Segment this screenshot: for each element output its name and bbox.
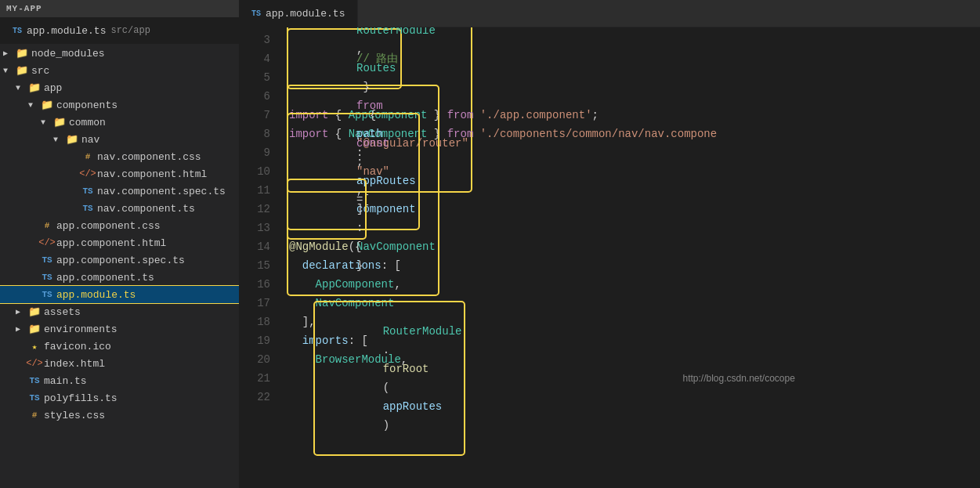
ts-icon: TS bbox=[41, 288, 53, 301]
decorator: @NgModule bbox=[289, 237, 349, 256]
editor-area: TS app.module.ts 3 4 5 6 7 8 9 10 11 12 … bbox=[239, 0, 980, 488]
sidebar-item-nav[interactable]: ▼ 📁 nav bbox=[0, 131, 239, 148]
code-line-5: import { RouterModule , Routes } from "@… bbox=[289, 68, 980, 87]
sidebar-item-assets[interactable]: ▶ 📁 assets bbox=[0, 303, 239, 320]
sidebar-item-index-html[interactable]: </> index.html bbox=[0, 355, 239, 372]
text bbox=[473, 106, 479, 125]
code-container: 3 4 5 6 7 8 9 10 11 12 13 14 15 16 17 18… bbox=[239, 27, 980, 488]
sidebar-label: nav bbox=[81, 134, 99, 146]
code-line-11: { path : "nav" , component : NavComponen… bbox=[289, 181, 980, 200]
sidebar-item-app-css[interactable]: # app.component.css bbox=[0, 217, 239, 234]
code-line-15: declarations : [ bbox=[289, 256, 980, 275]
sidebar-label: app.module.ts bbox=[56, 289, 136, 301]
editor-tabs: TS app.module.ts bbox=[239, 0, 980, 27]
sidebar-item-src[interactable]: ▼ 📁 src bbox=[0, 62, 239, 79]
sidebar: MY-APP TS app.module.ts src/app ▶ 📁 node… bbox=[0, 0, 239, 488]
folder-icon: 📁 bbox=[16, 64, 28, 77]
path-key: path bbox=[356, 128, 383, 140]
chevron-down-icon: ▼ bbox=[3, 67, 16, 75]
sidebar-item-nav-ts[interactable]: TS nav.component.ts bbox=[0, 200, 239, 217]
text: ({ bbox=[349, 237, 362, 256]
top-file-path: src/app bbox=[110, 25, 150, 36]
text: ] bbox=[356, 203, 363, 215]
sidebar-item-components[interactable]: ▼ 📁 components bbox=[0, 96, 239, 114]
router-module: RouterModule bbox=[356, 27, 436, 37]
text: . bbox=[383, 344, 389, 356]
ts-icon: TS bbox=[28, 374, 41, 387]
app-component-ref: AppComponent bbox=[316, 275, 395, 294]
sidebar-label: app.component.ts bbox=[56, 272, 154, 284]
sidebar-label: styles.css bbox=[44, 410, 105, 421]
ts-icon: TS bbox=[81, 185, 94, 197]
sidebar-label: node_modules bbox=[31, 48, 105, 60]
top-file-label: app.module.ts bbox=[27, 25, 106, 37]
from-keyword: from bbox=[447, 106, 474, 125]
sidebar-label: environments bbox=[44, 324, 118, 335]
watermark: http://blog.csdn.net/cocope bbox=[682, 369, 794, 388]
html-icon: </> bbox=[81, 168, 94, 180]
folder-icon: 📁 bbox=[66, 133, 78, 146]
sidebar-label: nav.component.spec.ts bbox=[97, 186, 226, 197]
code-line-21: RouterModule . forRoot ( appRoutes ) htt… bbox=[289, 369, 980, 388]
sidebar-item-common[interactable]: ▼ 📁 common bbox=[0, 114, 239, 131]
string-nav: "nav" bbox=[356, 165, 389, 178]
editor-tab-label: app.module.ts bbox=[266, 8, 345, 20]
sidebar-item-styles-css[interactable]: # styles.css bbox=[0, 407, 239, 424]
editor-tab[interactable]: TS app.module.ts bbox=[239, 0, 358, 27]
sidebar-item-nav-spec[interactable]: TS nav.component.spec.ts bbox=[0, 183, 239, 200]
nav-component-ref: NavComponent bbox=[356, 240, 436, 253]
sidebar-item-polyfills-ts[interactable]: TS polyfills.ts bbox=[0, 389, 239, 407]
forRoot: forRoot bbox=[383, 363, 429, 375]
chevron-right-icon: ▶ bbox=[3, 49, 16, 58]
sidebar-header: MY-APP bbox=[0, 0, 239, 17]
sidebar-item-node-modules[interactable]: ▶ 📁 node_modules bbox=[0, 45, 239, 62]
text bbox=[289, 256, 302, 275]
sidebar-item-environments[interactable]: ▶ 📁 environments bbox=[0, 320, 239, 338]
ts-icon: TS bbox=[13, 27, 22, 35]
ts-icon: TS bbox=[41, 271, 53, 284]
chevron-right-icon: ▶ bbox=[16, 324, 28, 334]
highlight-box-12: ] bbox=[289, 181, 364, 237]
text: , bbox=[394, 275, 400, 294]
html-icon: </> bbox=[28, 357, 41, 370]
folder-icon: 📁 bbox=[16, 47, 28, 60]
line-numbers: 3 4 5 6 7 8 9 10 11 12 13 14 15 16 17 18… bbox=[239, 27, 277, 488]
ts-icon: TS bbox=[251, 9, 261, 18]
sidebar-label: app.component.spec.ts bbox=[56, 255, 185, 266]
folder-icon: 📁 bbox=[28, 81, 41, 94]
string-nav-component: './components/common/nav/nav.compone bbox=[480, 125, 717, 143]
chevron-down-icon: ▼ bbox=[28, 101, 41, 110]
text bbox=[289, 350, 316, 369]
sidebar-item-nav-html[interactable]: </> nav.component.html bbox=[0, 165, 239, 183]
ts-icon: TS bbox=[28, 392, 41, 404]
sidebar-label: nav.component.html bbox=[97, 168, 207, 180]
sidebar-item-nav-css[interactable]: # nav.component.css bbox=[0, 148, 239, 165]
text: : [ bbox=[382, 256, 401, 275]
from-keyword: from bbox=[447, 125, 474, 143]
sidebar-label: app.component.html bbox=[56, 237, 166, 249]
sidebar-item-app-spec[interactable]: TS app.component.spec.ts bbox=[0, 251, 239, 269]
css-icon: # bbox=[28, 409, 41, 421]
top-file-tab[interactable]: TS app.module.ts src/app bbox=[0, 17, 239, 45]
sidebar-item-app-html[interactable]: </> app.component.html bbox=[0, 234, 239, 251]
sidebar-label: main.ts bbox=[44, 375, 87, 387]
sidebar-item-favicon[interactable]: ★ favicon.ico bbox=[0, 338, 239, 355]
folder-icon: 📁 bbox=[28, 305, 41, 318]
declarations: declarations bbox=[302, 256, 382, 275]
sidebar-item-app[interactable]: ▼ 📁 app bbox=[0, 79, 239, 96]
router-module-ref: RouterModule bbox=[383, 325, 462, 338]
chevron-down-icon: ▼ bbox=[53, 136, 66, 144]
text bbox=[289, 331, 302, 350]
ts-icon: TS bbox=[41, 254, 53, 266]
sidebar-item-app-module-ts[interactable]: TS app.module.ts bbox=[0, 286, 239, 303]
text: : bbox=[356, 146, 363, 159]
sidebar-label: nav.component.ts bbox=[97, 203, 195, 215]
folder-icon: 📁 bbox=[41, 99, 53, 111]
sidebar-item-app-component-ts[interactable]: TS app.component.ts bbox=[0, 269, 239, 286]
sidebar-label: index.html bbox=[44, 358, 105, 370]
routes: Routes bbox=[356, 62, 396, 74]
code-line-16: AppComponent , bbox=[289, 275, 980, 294]
appRoutes-ref: appRoutes bbox=[383, 400, 443, 413]
project-name: MY-APP bbox=[6, 4, 42, 13]
sidebar-item-main-ts[interactable]: TS main.ts bbox=[0, 372, 239, 389]
